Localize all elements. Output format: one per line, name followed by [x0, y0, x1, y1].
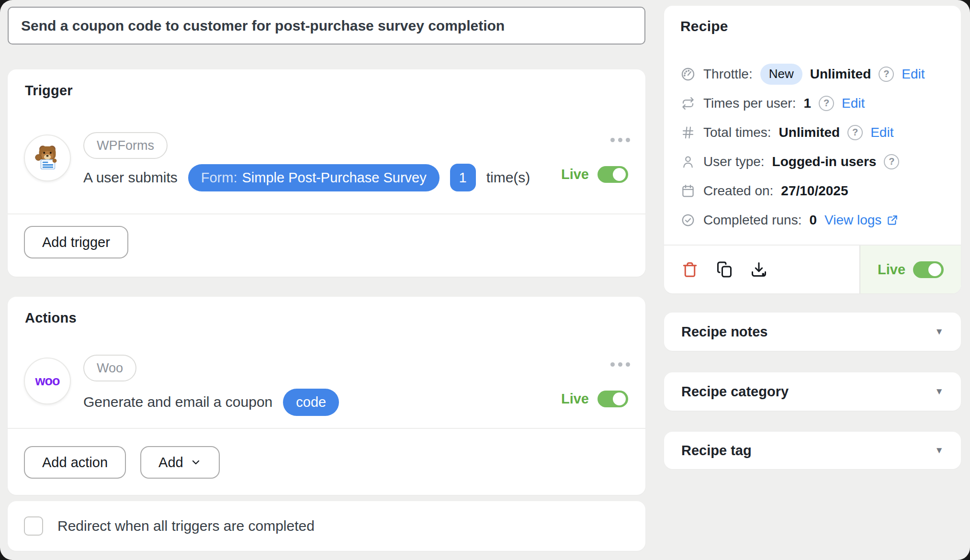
created-on-row: Created on: 27/10/2025 — [680, 176, 949, 205]
recipe-live-zone: Live — [859, 246, 961, 293]
times-per-user-edit-link[interactable]: Edit — [842, 96, 865, 111]
action-live-group: Live — [561, 391, 628, 407]
form-token-value: Simple Post-Purchase Survey — [242, 170, 426, 186]
delete-recipe-button[interactable] — [681, 261, 699, 278]
recipe-tools — [664, 246, 859, 293]
redirect-checkbox[interactable] — [24, 516, 43, 536]
recipe-live-label: Live — [878, 262, 905, 278]
check-circle-icon — [680, 213, 696, 228]
recipe-panel: Recipe Throttle: New Unlimited ? Edit — [664, 6, 961, 293]
trigger-sentence-text: A user submits — [83, 169, 178, 186]
duplicate-recipe-button[interactable] — [716, 261, 733, 278]
recipe-live-toggle[interactable] — [913, 261, 944, 278]
recipe-category-title: Recipe category — [681, 384, 789, 400]
user-icon — [680, 154, 696, 169]
trash-icon — [681, 261, 699, 278]
add-dropdown-button[interactable]: Add — [140, 446, 220, 479]
completed-runs-row: Completed runs: 0 View logs — [680, 205, 949, 235]
help-icon[interactable]: ? — [879, 67, 894, 82]
trigger-live-toggle[interactable] — [598, 166, 628, 183]
user-type-label: User type: — [703, 154, 765, 169]
chevron-down-icon — [190, 457, 202, 468]
throttle-label: Throttle: — [703, 67, 753, 82]
recipe-detail-rows: Throttle: New Unlimited ? Edit Times per… — [680, 59, 949, 235]
add-dropdown-label: Add — [158, 455, 183, 470]
trigger-menu-button[interactable] — [608, 135, 633, 145]
form-token-button[interactable]: Form: Simple Post-Purchase Survey — [188, 164, 440, 191]
actions-heading: Actions — [25, 310, 77, 326]
export-recipe-button[interactable] — [750, 261, 767, 278]
chevron-down-icon: ▼ — [935, 445, 944, 456]
total-times-row: Total times: Unlimited ? Edit — [680, 118, 949, 147]
times-per-user-value: 1 — [803, 96, 811, 111]
wpforms-avatar — [24, 134, 71, 181]
total-times-value: Unlimited — [779, 125, 840, 140]
recipe-notes-accordion[interactable]: Recipe notes ▼ — [664, 313, 961, 351]
recipe-footer: Live — [664, 245, 961, 293]
total-times-edit-link[interactable]: Edit — [870, 125, 893, 140]
hash-icon — [680, 125, 696, 140]
action-live-toggle[interactable] — [598, 391, 628, 407]
times-token-button[interactable]: 1 — [450, 164, 476, 191]
add-action-button[interactable]: Add action — [24, 446, 126, 479]
form-token-prefix: Form: — [201, 170, 237, 186]
integration-badge-wpforms[interactable]: WPForms — [83, 132, 168, 159]
repeat-icon — [680, 96, 696, 111]
wpforms-bear-icon — [33, 142, 62, 174]
chevron-down-icon: ▼ — [935, 326, 944, 337]
trigger-live-group: Live — [561, 166, 628, 183]
copy-icon — [716, 261, 733, 278]
recipe-title-input[interactable] — [8, 7, 645, 45]
actions-buttons-row: Add action Add — [24, 446, 220, 479]
recipe-category-accordion[interactable]: Recipe category ▼ — [664, 372, 961, 411]
throttle-value: Unlimited — [810, 67, 871, 82]
new-badge: New — [760, 64, 802, 85]
trigger-card-divider — [8, 213, 645, 214]
add-trigger-button[interactable]: Add trigger — [24, 226, 128, 258]
gauge-icon — [680, 67, 696, 82]
actions-card: Actions woo Woo Generate and email a cou… — [8, 297, 645, 495]
recipe-heading: Recipe — [680, 18, 728, 34]
throttle-row: Throttle: New Unlimited ? Edit — [680, 59, 949, 89]
action-sentence: Generate and email a coupon code — [83, 388, 339, 416]
chevron-down-icon: ▼ — [935, 386, 944, 397]
trigger-live-label: Live — [561, 167, 589, 182]
recipe-tag-accordion[interactable]: Recipe tag ▼ — [664, 432, 961, 469]
code-token-button[interactable]: code — [283, 389, 339, 416]
view-logs-link[interactable]: View logs — [824, 213, 899, 228]
recipe-editor-page: Trigger W — [0, 0, 970, 560]
user-type-value: Logged-in users — [772, 154, 877, 169]
completed-runs-value: 0 — [809, 213, 817, 228]
action-sentence-text: Generate and email a coupon — [83, 394, 272, 410]
throttle-edit-link[interactable]: Edit — [902, 67, 925, 82]
redirect-card: Redirect when all triggers are completed — [8, 501, 645, 551]
user-type-row: User type: Logged-in users ? — [680, 147, 949, 176]
help-icon[interactable]: ? — [884, 154, 899, 169]
recipe-notes-title: Recipe notes — [681, 324, 768, 340]
trigger-card: Trigger W — [8, 69, 645, 277]
view-logs-label: View logs — [824, 213, 881, 228]
actions-card-divider — [8, 428, 645, 429]
completed-runs-label: Completed runs: — [703, 213, 801, 228]
created-on-value: 27/10/2025 — [781, 183, 848, 199]
created-on-label: Created on: — [703, 183, 773, 199]
times-suffix-text: time(s) — [486, 169, 530, 186]
recipe-tag-title: Recipe tag — [681, 443, 752, 459]
woo-logo-icon: woo — [35, 374, 60, 389]
help-icon[interactable]: ? — [847, 125, 863, 140]
download-icon — [750, 261, 767, 278]
times-per-user-row: Times per user: 1 ? Edit — [680, 89, 949, 118]
trigger-sentence: A user submits Form: Simple Post-Purchas… — [83, 164, 530, 191]
action-menu-button[interactable] — [608, 359, 633, 370]
total-times-label: Total times: — [703, 125, 771, 140]
action-live-label: Live — [561, 391, 589, 407]
help-icon[interactable]: ? — [819, 96, 834, 111]
redirect-label: Redirect when all triggers are completed — [57, 518, 315, 534]
external-link-icon — [886, 214, 899, 226]
integration-badge-woo[interactable]: Woo — [83, 355, 136, 381]
times-per-user-label: Times per user: — [703, 96, 796, 111]
calendar-icon — [680, 183, 696, 199]
trigger-heading: Trigger — [25, 83, 73, 99]
woo-avatar: woo — [24, 358, 71, 404]
